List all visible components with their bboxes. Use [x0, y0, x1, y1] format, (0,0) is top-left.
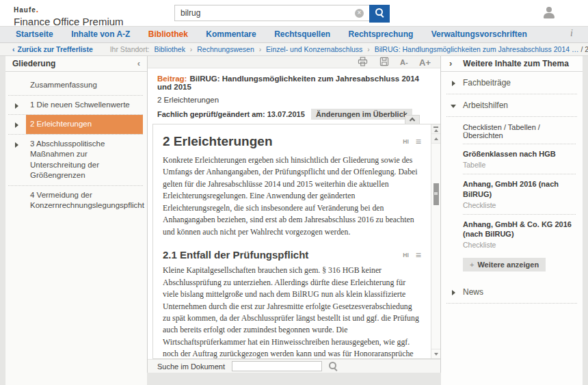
- main-nav: Startseite Inhalte von A-Z Bibliothek Ko…: [0, 26, 588, 43]
- breadcrumb: ‹Zurück zur Trefferliste Ihr Standort: B…: [0, 43, 588, 56]
- tab-bibliothek[interactable]: Bibliothek: [141, 27, 196, 42]
- document-title: BilRUG: Handlungsmöglichkeiten zum Jahre…: [157, 75, 419, 91]
- chevron-right-icon: [452, 81, 455, 86]
- tab-kommentare[interactable]: Kommentare: [198, 27, 263, 42]
- app-window: Haufe. Finance Office Premium × Startsei…: [0, 0, 588, 385]
- outline-item-4[interactable]: 4 Vermeidung der Konzernrechnungslegungs…: [8, 186, 143, 215]
- highlight-icon[interactable]: HI: [403, 252, 409, 258]
- beitrag-label: Beitrag:: [157, 75, 187, 83]
- related-group-fachbeitraege[interactable]: Fachbeiträge: [446, 72, 577, 94]
- document-search-label: Suche im Dokument: [157, 362, 225, 371]
- tab-rechtsquellen[interactable]: Rechtsquellen: [267, 27, 338, 42]
- info-icon[interactable]: i: [570, 28, 573, 39]
- tab-verwaltungsvorschriften[interactable]: Verwaltungsvorschriften: [424, 27, 535, 42]
- related-item-anhang-gmbh[interactable]: Anhang, GmbH 2016 (nach BilRUG) Checklis…: [463, 174, 576, 214]
- reviewed-date-label: Fachlich geprüft/geändert am: 13.07.2015: [157, 110, 305, 118]
- highlight-icon[interactable]: HI: [403, 138, 409, 145]
- changes-overview-button[interactable]: Änderungen im Überblick: [311, 109, 412, 120]
- article-content: 2 Erleichterungen HI ≡ Konkrete Erleicht…: [153, 124, 431, 358]
- crumb-rechnungswesen[interactable]: Rechnungswesen: [197, 45, 254, 53]
- font-decrease-button[interactable]: A-: [400, 57, 408, 68]
- search-button[interactable]: [369, 5, 390, 23]
- related-title: Weitere Inhalte zum Thema: [463, 56, 568, 71]
- article-scrollbar[interactable]: [431, 124, 440, 358]
- haufe-logo: Haufe. Finance Office Premium: [14, 3, 124, 27]
- outline-header: Gliederung ‹: [5, 56, 147, 72]
- outline-item-3[interactable]: 3 Abschlusspolitische Maßnahmen zur Unte…: [8, 135, 143, 186]
- crumb-separator-icon: ›: [259, 45, 262, 53]
- section-heading-2: 2 Erleichterungen HI ≡: [163, 134, 421, 149]
- location-label: Ihr Standort:: [110, 45, 150, 53]
- tab-startseite[interactable]: Startseite: [8, 27, 61, 42]
- crumb-bibliothek[interactable]: Bibliothek: [154, 45, 185, 53]
- font-increase-button[interactable]: A+: [419, 57, 431, 68]
- user-icon[interactable]: [543, 7, 555, 18]
- crumb-current-section: / 2 Erleichterungen: [580, 45, 588, 53]
- outline-item-2-active[interactable]: 2 Erleichterungen: [8, 115, 143, 135]
- tab-inhalte-a-z[interactable]: Inhalte von A-Z: [64, 27, 137, 42]
- chevron-up-icon: [410, 118, 415, 123]
- crumb-bilrug-document[interactable]: BilRUG: Handlungsmöglichkeiten zum Jahre…: [375, 45, 579, 53]
- document-header: Beitrag:BilRUG: Handlungsmöglichkeiten z…: [148, 68, 440, 123]
- logo-word: Haufe: [14, 6, 36, 14]
- related-subheader: Checklisten / Tabellen / Übersichten: [446, 117, 577, 144]
- plus-icon: +: [470, 261, 474, 269]
- crumb-separator-icon: ›: [367, 45, 370, 53]
- clear-search-icon[interactable]: ×: [355, 9, 364, 18]
- chevron-right-icon[interactable]: [15, 103, 18, 109]
- show-more-button[interactable]: +Weitere anzeigen: [463, 258, 546, 271]
- back-chevron-icon: ‹: [12, 45, 15, 53]
- save-icon[interactable]: [379, 57, 389, 69]
- chevron-right-icon: [452, 290, 455, 295]
- document-subtitle: 2 Erleichterungen: [157, 96, 431, 104]
- outline-title: Gliederung: [12, 56, 55, 71]
- paragraph: Konkrete Erleichterungen ergeben sich hi…: [163, 155, 421, 238]
- section-menu-icon[interactable]: ≡: [416, 138, 421, 145]
- scrollbar-thumb[interactable]: [433, 183, 439, 205]
- scroll-to-top-icon[interactable]: [431, 124, 440, 134]
- print-icon[interactable]: [358, 57, 368, 69]
- related-item-type: Checkliste: [463, 241, 576, 249]
- scroll-down-icon[interactable]: [431, 349, 440, 358]
- search-icon: [375, 8, 384, 17]
- article-box: 2 Erleichterungen HI ≡ Konkrete Erleicht…: [152, 124, 440, 359]
- document-toolbar: A- A+: [148, 56, 440, 68]
- related-item-type: Tabelle: [463, 161, 576, 169]
- document-search-input[interactable]: [232, 361, 322, 371]
- scroll-up-icon[interactable]: [431, 134, 440, 144]
- chevron-right-icon[interactable]: [15, 122, 18, 128]
- crumb-separator-icon: ›: [190, 45, 193, 53]
- outline-sidebar: Gliederung ‹ Zusammenfassung 1 Die neuen…: [5, 56, 147, 385]
- tab-rechtsprechung[interactable]: Rechtsprechung: [341, 27, 421, 42]
- document-search-bar: Suche im Dokument: [148, 359, 440, 373]
- related-group-arbeitshilfen[interactable]: Arbeitshilfen: [446, 94, 577, 117]
- related-header: › Weitere Inhalte zum Thema: [441, 56, 583, 72]
- outline-list: Zusammenfassung 1 Die neuen Schwellenwer…: [5, 72, 147, 215]
- collapse-sidebar-icon[interactable]: ‹: [137, 56, 140, 71]
- section-heading-2-1: 2.1 Entfall der Prüfungspflicht HI ≡: [163, 249, 421, 261]
- outline-item-zusammenfassung[interactable]: Zusammenfassung: [8, 76, 143, 96]
- document-pane: A- A+ Beitrag:BilRUG: Handlungsmöglichke…: [147, 56, 441, 373]
- document-search-icon[interactable]: [329, 362, 338, 371]
- chevron-down-icon: [451, 105, 456, 108]
- related-item-type: Checkliste: [463, 201, 576, 209]
- crumb-einzel-konzernabschluss[interactable]: Einzel- und Konzernabschluss: [266, 45, 362, 53]
- expand-panel-icon[interactable]: ›: [449, 56, 452, 71]
- related-sidebar: › Weitere Inhalte zum Thema Fachbeiträge…: [441, 56, 583, 385]
- section-menu-icon[interactable]: ≡: [416, 252, 421, 258]
- related-item-anhang-gmbh-co-kg[interactable]: Anhang, GmbH & Co. KG 2016 (nach BilRUG)…: [463, 214, 576, 254]
- top-header: Haufe. Finance Office Premium ×: [0, 0, 588, 26]
- related-item-groessenklassen[interactable]: Größenklassen nach HGB Tabelle: [463, 144, 576, 174]
- related-group-news[interactable]: News: [446, 281, 577, 304]
- back-to-results-link[interactable]: ‹Zurück zur Trefferliste: [12, 45, 93, 53]
- paragraph: Kleine Kapitalgesellschaften brauchen si…: [163, 265, 421, 358]
- chevron-right-icon[interactable]: [15, 142, 18, 148]
- global-search: ×: [174, 5, 390, 21]
- logo-dot: .: [36, 5, 38, 14]
- outline-item-1[interactable]: 1 Die neuen Schwellenwerte: [8, 96, 143, 116]
